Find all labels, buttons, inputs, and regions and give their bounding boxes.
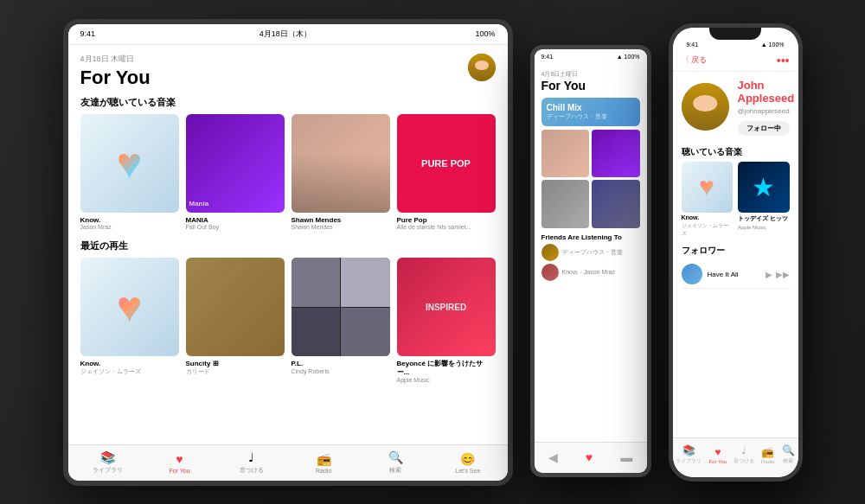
profile-header: John Appleseed @johnappleseed フォロー中	[682, 72, 790, 143]
phone-right-screen: 9:41 ▲ 100% 〈 戻る ••• John Appleseed	[673, 28, 798, 477]
follower-playback[interactable]: ▶ ▶▶	[766, 270, 790, 279]
listening-sub-know: ジェイソン・ムラーズ	[682, 222, 734, 238]
tablet-header: 4月18日 木曜日 For You	[80, 54, 496, 89]
album-item-know[interactable]: Know. Jason Mraz	[80, 114, 179, 232]
rtab-library-label: ライブラリ	[676, 457, 702, 465]
tab-search[interactable]: 🔍 検索	[360, 450, 432, 475]
profile-name-red: Appleseed	[738, 92, 795, 105]
album-artist-inspired: Apple Music	[397, 377, 496, 384]
letssee-icon: 😊	[460, 452, 475, 466]
tablet-title-block: 4月18日 木曜日 For You	[80, 54, 151, 89]
album-item-shawn[interactable]: Shawn Mendes Shawn Mendes	[292, 114, 390, 232]
foryou-icon: ♥	[176, 452, 183, 466]
phone-right-signal: ▲ 100%	[761, 41, 785, 48]
friend-item-1[interactable]: ディープハウス・音楽	[541, 244, 640, 261]
profile-name-black: John	[738, 79, 765, 92]
phone-mid-tabbar: ◀ ♥ ▬	[535, 442, 647, 473]
listening-cover-hits	[738, 162, 790, 214]
tablet-time: 9:41	[80, 29, 96, 38]
listening-sub-hits: Apple Music	[738, 225, 790, 230]
followers-section-heading: フォロワー	[682, 245, 790, 257]
tab-library[interactable]: 📚 ライブラリ	[72, 450, 144, 475]
follower-track-name: Have It All	[708, 271, 739, 278]
back-button[interactable]: 〈 戻る	[682, 54, 708, 66]
rtab-radio-label: Radio	[761, 459, 775, 464]
tab-radio[interactable]: 📻 Radio	[287, 452, 359, 474]
friends-album-grid: Know. Jason Mraz MANIA Fall Out Boy	[80, 114, 496, 232]
tablet-battery: 100%	[475, 29, 495, 38]
album-artist-suncity: カリード	[186, 368, 285, 375]
album-cover-purepop	[397, 114, 496, 213]
play-icon: ▶	[766, 270, 772, 279]
listening-item-know[interactable]: Know. ジェイソン・ムラーズ	[682, 162, 734, 239]
phone-mid-back-btn[interactable]: ◀	[548, 450, 558, 464]
scene: 9:41 4月18日（木） 100% 4月18日 木曜日 For You	[0, 0, 865, 504]
avatar-face	[468, 54, 496, 81]
profile-handle: @johnappleseed	[738, 107, 795, 115]
tab-letssee[interactable]: 😊 Let's See	[432, 452, 503, 474]
listening-cover-know	[682, 162, 734, 214]
phone-mid-status: 9:41 ▲ 100%	[535, 49, 647, 65]
friend-avatar-2	[541, 264, 559, 281]
library-icon: 📚	[100, 450, 115, 464]
tablet-main-content: 4月18日 木曜日 For You 友達が聴いている音楽 Know.	[68, 45, 508, 444]
tab-library-label: ライブラリ	[93, 466, 123, 475]
album-title-suncity: Suncity ⊞	[186, 360, 285, 368]
phone-mid-menu-btn[interactable]: ▬	[620, 450, 632, 464]
phone-mid-device: 9:41 ▲ 100% 4月8日土曜日 For You Chill Mix ディ…	[530, 45, 651, 477]
tablet-user-avatar[interactable]	[468, 54, 496, 81]
rtab-radio-icon: 📻	[761, 446, 774, 458]
tablet-status-bar: 9:41 4月18日（木） 100%	[68, 24, 508, 45]
album-artist-pl: Cindy Roberts	[292, 368, 390, 375]
rtab-library[interactable]: 📚 ライブラリ	[676, 444, 702, 465]
phone-right-device: 9:41 ▲ 100% 〈 戻る ••• John Appleseed	[669, 23, 803, 482]
rtab-foryou-label: For You	[708, 459, 727, 464]
album-cover-suncity	[186, 258, 285, 356]
profile-nav: 〈 戻る •••	[673, 50, 798, 72]
listening-label-hits: トッデイズ ヒッツ	[738, 214, 790, 223]
mini-album-grid	[541, 130, 640, 228]
rtab-foryou[interactable]: ♥ For You	[708, 446, 727, 464]
friend-info-2: Know. - Jason Mraz	[562, 269, 615, 275]
album-item-purepop[interactable]: Pure Pop Alle de største hits samlet...	[397, 114, 496, 232]
phone-mid-home-btn[interactable]: ♥	[586, 450, 593, 464]
phone-notch	[709, 28, 761, 40]
skip-icon: ▶▶	[776, 270, 790, 279]
mini-album-3[interactable]	[541, 180, 590, 228]
friend-item-2[interactable]: Know. - Jason Mraz	[541, 264, 640, 281]
mini-album-2[interactable]	[592, 130, 640, 178]
mini-album-1[interactable]	[541, 130, 590, 178]
rtab-browse-icon: ♩	[741, 444, 746, 456]
phone-mid-screen: 9:41 ▲ 100% 4月8日土曜日 For You Chill Mix ディ…	[535, 49, 647, 473]
rtab-radio[interactable]: 📻 Radio	[761, 446, 775, 464]
listening-item-hits[interactable]: トッデイズ ヒッツ Apple Music	[738, 162, 790, 239]
rtab-search[interactable]: 🔍 検索	[782, 444, 795, 465]
rtab-library-icon: 📚	[682, 444, 695, 456]
listening-grid: Know. ジェイソン・ムラーズ トッデイズ ヒッツ Apple Music	[682, 162, 790, 239]
album-item-inspired[interactable]: Beyoncé に影響をうけたサー... Apple Music	[397, 258, 496, 384]
rtab-foryou-icon: ♥	[714, 446, 721, 458]
tab-browse[interactable]: ♩ 音つける	[215, 450, 287, 475]
phone-mid-content: 4月8日土曜日 For You Chill Mix ディープハウス・音楽 Fri…	[535, 65, 647, 442]
chill-mix-card[interactable]: Chill Mix ディープハウス・音楽	[541, 98, 640, 126]
album-artist-know2: ジェイソン・ムラーズ	[80, 368, 179, 375]
album-cover-inspired	[397, 258, 496, 356]
more-button[interactable]: •••	[777, 54, 790, 67]
radio-icon: 📻	[317, 452, 331, 466]
follow-button[interactable]: フォロー中	[738, 121, 790, 136]
phone-mid-time: 9:41	[541, 54, 554, 60]
friend-avatar-1	[541, 244, 559, 261]
rtab-browse[interactable]: ♩ 音つける	[734, 444, 754, 465]
friend-info-1: ディープハウス・音楽	[562, 248, 623, 257]
tab-foryou[interactable]: ♥ For You	[144, 452, 215, 474]
album-item-pl[interactable]: P.L. Cindy Roberts	[292, 258, 390, 384]
phone-right-tabbar: 📚 ライブラリ ♥ For You ♩ 音つける 📻 Radio 🔍	[673, 437, 798, 477]
tab-browse-label: 音つける	[240, 466, 264, 475]
mini-album-4[interactable]	[592, 180, 640, 228]
recent-album-grid: Know. ジェイソン・ムラーズ Suncity ⊞ カリード	[80, 258, 496, 384]
follower-item[interactable]: Have It All ▶ ▶▶	[682, 260, 790, 289]
album-item-know2[interactable]: Know. ジェイソン・ムラーズ	[80, 258, 179, 384]
album-item-suncity[interactable]: Suncity ⊞ カリード	[186, 258, 285, 384]
album-item-mania[interactable]: MANIA Fall Out Boy	[186, 114, 285, 232]
listening-label-know: Know.	[682, 214, 734, 220]
